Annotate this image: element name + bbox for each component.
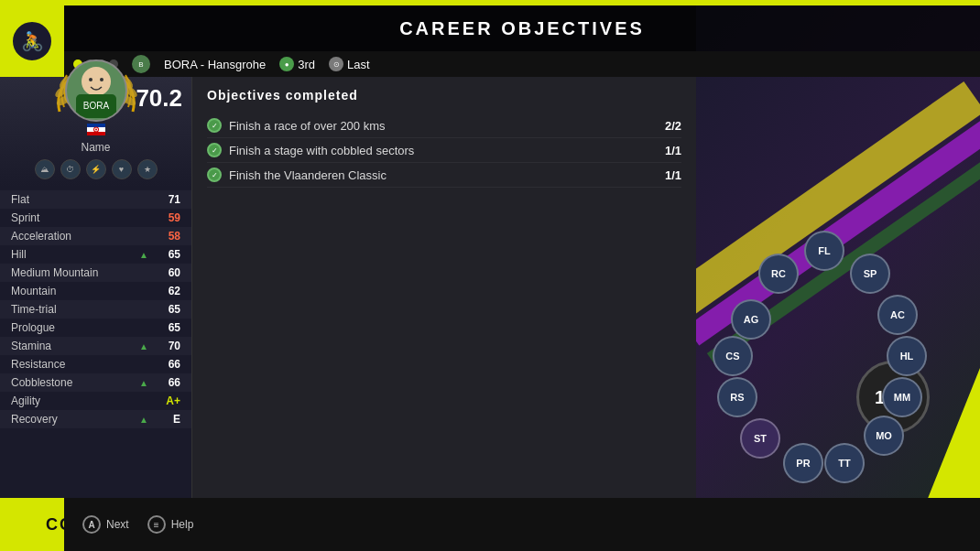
logo-icon: 🚴 xyxy=(9,18,55,64)
stat-value: 71 xyxy=(153,193,180,206)
skill-node-st: ST xyxy=(740,418,780,459)
team-last: ⊙ Last xyxy=(329,57,370,71)
player-score: 70.2 xyxy=(136,84,182,113)
stat-arrow: ▲ xyxy=(139,378,148,388)
stats-table: Flat71Sprint59Acceleration58Hill▲65Mediu… xyxy=(0,187,191,432)
stat-row: Prologue65 xyxy=(0,319,191,337)
objective-row: ✓Finish a stage with cobbled sectors1/1 xyxy=(207,138,681,163)
objectives-list: ✓Finish a race of over 200 kms2/2✓Finish… xyxy=(207,113,681,188)
rank-icon: ● xyxy=(279,57,294,71)
skill-node-rs: RS xyxy=(717,377,757,417)
hint-label: Help xyxy=(171,518,194,531)
stat-value: 66 xyxy=(153,358,180,371)
svg-point-10 xyxy=(100,78,103,81)
stat-name: Mountain xyxy=(11,285,153,297)
radar-container: 14% RCFLSPACAGCSHLRSMMSTMOPRTT xyxy=(719,132,957,443)
stat-value: 58 xyxy=(153,230,180,243)
objective-count: 1/1 xyxy=(665,144,681,157)
stat-name: Acceleration xyxy=(11,230,153,243)
stat-name: Resistance xyxy=(11,358,153,371)
icon-star: ★ xyxy=(137,159,158,179)
stat-row: Medium Mountain60 xyxy=(0,264,191,282)
bottom-hint: ≡Help xyxy=(147,515,194,534)
objective-text: Finish the Vlaanderen Classic xyxy=(229,168,658,182)
stat-name: Prologue xyxy=(11,321,153,334)
stat-value: 65 xyxy=(153,303,180,316)
stat-arrow: ▲ xyxy=(139,341,148,351)
stat-value: 65 xyxy=(153,248,180,261)
team-rank: ● 3rd xyxy=(279,57,315,71)
stat-name: Time-trial xyxy=(11,303,153,316)
icon-mountain: ⛰ xyxy=(35,159,55,179)
stat-row: Cobblestone▲66 xyxy=(0,373,191,392)
stat-value: 66 xyxy=(153,376,180,389)
stat-value: A+ xyxy=(153,394,180,407)
last-icon: ⊙ xyxy=(329,57,343,71)
stat-name: Recovery xyxy=(11,413,139,426)
skill-node-ac: AC xyxy=(877,295,918,335)
page-title: CAREER OBJECTIVES xyxy=(64,18,980,39)
svg-point-18 xyxy=(95,129,97,131)
objectives-panel: Objectives completed ✓Finish a race of o… xyxy=(192,77,696,199)
skill-node-cs: CS xyxy=(713,336,753,376)
stat-name: Cobblestone xyxy=(11,376,139,389)
skill-panel: 14% RCFLSPACAGCSHLRSMMSTMOPRTT xyxy=(696,77,980,498)
skill-node-tt: TT xyxy=(824,443,865,483)
skill-node-pr: PR xyxy=(783,443,823,483)
stat-value: 65 xyxy=(153,321,180,334)
stat-value: 70 xyxy=(153,340,180,352)
objective-row: ✓Finish a race of over 200 kms2/2 xyxy=(207,113,681,138)
stat-row: Sprint59 xyxy=(0,209,191,227)
stat-arrow: ▲ xyxy=(139,250,148,260)
objective-icon: ✓ xyxy=(207,118,222,133)
stat-name: Sprint xyxy=(11,211,153,224)
team-bar: B BORA - Hansgrohe ● 3rd ⊙ Last xyxy=(64,51,980,77)
stat-name: Stamina xyxy=(11,340,139,352)
stat-row: Resistance66 xyxy=(0,355,191,373)
stat-row: Stamina▲70 xyxy=(0,337,191,355)
svg-text:BORA: BORA xyxy=(82,101,109,111)
player-face-svg: BORA xyxy=(69,63,124,118)
hint-button[interactable]: A xyxy=(82,515,101,534)
svg-text:🚴: 🚴 xyxy=(21,30,44,52)
bottom-hint: ANext xyxy=(82,515,129,534)
objective-icon: ✓ xyxy=(207,143,222,157)
stat-arrow: ▲ xyxy=(139,415,148,425)
hint-label: Next xyxy=(106,518,129,531)
objective-count: 2/2 xyxy=(665,119,681,133)
stat-row: Acceleration58 xyxy=(0,227,191,245)
skill-node-rc: RC xyxy=(758,254,799,294)
bottom-bar: ANext≡Help xyxy=(64,498,980,551)
svg-point-8 xyxy=(82,67,111,96)
stat-row: Time-trial65 xyxy=(0,300,191,319)
svg-rect-15 xyxy=(87,132,105,135)
header-bar: CAREER OBJECTIVES xyxy=(64,5,980,51)
icon-heart: ♥ xyxy=(112,159,132,179)
stat-value: 59 xyxy=(153,211,180,224)
objective-text: Finish a race of over 200 kms xyxy=(229,119,658,133)
rank-label: 3rd xyxy=(298,58,315,71)
stat-name: Flat xyxy=(11,193,153,206)
player-avatar: BORA xyxy=(65,59,127,122)
stat-value: E xyxy=(153,413,180,426)
skill-node-mm: MM xyxy=(882,377,922,417)
stat-row: AgilityA+ xyxy=(0,392,191,410)
hint-button[interactable]: ≡ xyxy=(147,515,166,534)
objective-icon: ✓ xyxy=(207,167,222,182)
skill-node-mo: MO xyxy=(864,416,904,456)
stat-row: Flat71 xyxy=(0,190,191,209)
stat-name: Hill xyxy=(11,248,139,261)
stat-value: 62 xyxy=(153,285,180,297)
objectives-title: Objectives completed xyxy=(207,88,681,103)
icon-time: ⏱ xyxy=(60,159,81,179)
objective-text: Finish a stage with cobbled sectors xyxy=(229,144,658,157)
team-name: BORA - Hansgrohe xyxy=(164,58,266,71)
player-card: 70.2 xyxy=(0,77,192,498)
svg-point-9 xyxy=(89,78,93,81)
objective-row: ✓Finish the Vlaanderen Classic1/1 xyxy=(207,163,681,188)
player-name: Name xyxy=(81,141,110,154)
stat-row: Mountain62 xyxy=(0,282,191,300)
stat-value: 60 xyxy=(153,266,180,279)
skill-node-hl: HL xyxy=(887,336,927,376)
skill-node-ag: AG xyxy=(731,299,771,340)
